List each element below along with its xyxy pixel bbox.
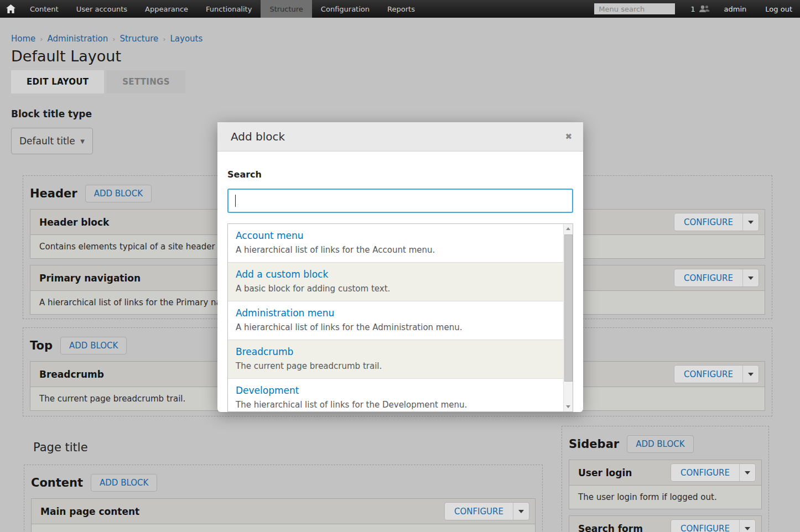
region-content-title: Content [31,476,83,489]
chevron-down-icon: ▼ [80,138,85,144]
add-block-button-sidebar[interactable]: ADD BLOCK [627,435,693,453]
add-block-button-top[interactable]: ADD BLOCK [60,337,127,354]
home-icon[interactable] [0,0,21,18]
configure-dropdown-toggle[interactable] [742,269,759,286]
block-description [32,524,535,532]
scroll-up-icon[interactable] [564,224,573,233]
configure-split-button[interactable]: CONFIGURE [674,365,759,383]
block-link[interactable]: Breadcrumb [236,346,561,357]
block-title-type-value: Default title [19,135,75,147]
block-link[interactable]: Account menu [236,230,561,241]
configure-split-button[interactable]: CONFIGURE [671,463,756,482]
region-sidebar: Sidebar ADD BLOCK User login CONFIGURE T… [562,426,769,532]
configure-split-button[interactable]: CONFIGURE [444,502,529,520]
configure-dropdown-toggle[interactable] [742,366,759,383]
block-row-main-page-content: Main page content CONFIGURE [31,498,536,532]
configure-split-button[interactable]: CONFIGURE [674,269,759,287]
toolbar-item-functionality[interactable]: Functionality [197,0,261,18]
scroll-down-icon[interactable] [564,402,573,411]
primary-tabs: EDIT LAYOUT SETTINGS [11,70,185,93]
add-block-modal: Add block ✖ Search Account menu A hierar… [217,122,583,412]
block-title-type-select[interactable]: Default title ▼ [11,128,93,154]
block-description: The user login form if logged out. [569,486,761,509]
users-icon [699,5,710,13]
list-item-breadcrumb[interactable]: Breadcrumb The current page breadcrumb t… [228,340,563,379]
configure-dropdown-toggle[interactable] [739,520,755,532]
breadcrumb-structure[interactable]: Structure [120,34,158,44]
breadcrumb-separator: › [163,35,165,43]
logout-link[interactable]: Log out [765,5,792,13]
close-icon[interactable]: ✖ [565,132,572,142]
configure-dropdown-toggle[interactable] [742,213,759,231]
block-title: Header block [39,217,109,228]
toolbar-username[interactable]: admin [724,5,747,13]
toolbar-item-reports[interactable]: Reports [378,0,424,18]
user-count: 1 [690,5,695,13]
list-item-add-custom-block[interactable]: Add a custom block A basic block for add… [228,263,563,301]
scrollbar[interactable] [563,224,573,411]
block-title: Search form [578,523,643,532]
modal-search-label: Search [227,169,573,180]
block-row-user-login: User login CONFIGURE The user login form… [569,460,762,509]
region-page-title-label: Page title [33,441,88,454]
chevron-down-icon [745,471,750,474]
tab-edit-layout[interactable]: EDIT LAYOUT [11,70,104,93]
breadcrumb-separator: › [112,35,115,43]
block-title: User login [578,467,632,478]
breadcrumb-home[interactable]: Home [11,34,35,44]
chevron-down-icon [745,527,750,530]
list-item-account-menu[interactable]: Account menu A hierarchical list of link… [228,224,563,263]
block-title: Main page content [40,506,139,517]
configure-button[interactable]: CONFIGURE [674,269,742,286]
scrollbar-thumb[interactable] [564,234,573,382]
add-block-button-header[interactable]: ADD BLOCK [85,185,152,202]
block-link-description: A hierarchical list of links for the Acc… [236,245,561,255]
block-link[interactable]: Add a custom block [236,269,561,280]
configure-split-button[interactable]: CONFIGURE [674,213,759,231]
breadcrumb-administration[interactable]: Administration [48,34,108,44]
page-title: Default Layout [11,48,121,65]
tab-settings[interactable]: SETTINGS [107,70,185,93]
toolbar-item-configuration[interactable]: Configuration [312,0,378,18]
chevron-down-icon [748,277,754,280]
toolbar-item-user-accounts[interactable]: User accounts [67,0,136,18]
chevron-down-icon [518,510,524,513]
block-search-input[interactable] [227,189,573,213]
block-list: Account menu A hierarchical list of link… [227,223,573,412]
configure-button[interactable]: CONFIGURE [445,503,513,520]
configure-button[interactable]: CONFIGURE [674,366,742,383]
list-item-administration-menu[interactable]: Administration menu A hierarchical list … [228,301,563,340]
admin-toolbar: Content User accounts Appearance Functio… [0,0,800,18]
list-item-development[interactable]: Development The hierarchical list of lin… [228,379,563,412]
breadcrumb: Home›Administration›Structure›Layouts [11,34,202,44]
configure-split-button[interactable]: CONFIGURE [671,519,756,532]
configure-button[interactable]: CONFIGURE [671,520,739,532]
region-sidebar-title: Sidebar [569,437,619,451]
menu-search-input[interactable] [594,3,675,14]
configure-dropdown-toggle[interactable] [739,464,755,481]
modal-titlebar[interactable]: Add block ✖ [217,122,583,152]
block-title: Primary navigation [39,273,141,284]
block-link-description: The current page breadcrumb trail. [236,361,561,371]
toolbar-item-content[interactable]: Content [21,0,67,18]
block-link-description: The hierarchical list of links for the D… [236,400,561,410]
block-title-type-label: Block title type [11,108,92,119]
breadcrumb-layouts[interactable]: Layouts [170,34,202,44]
add-block-button-content[interactable]: ADD BLOCK [91,474,157,492]
block-row-search-form: Search form CONFIGURE [569,515,762,532]
configure-button[interactable]: CONFIGURE [671,464,739,481]
block-title: Breadcrumb [39,369,104,380]
text-cursor [235,195,236,207]
chevron-down-icon [748,221,754,224]
chevron-down-icon [748,373,754,376]
block-link[interactable]: Development [236,385,561,396]
toolbar-item-structure[interactable]: Structure [261,0,311,18]
block-link-description: A hierarchical list of links for the Adm… [236,322,561,332]
block-link[interactable]: Administration menu [236,307,561,319]
configure-dropdown-toggle[interactable] [513,503,529,520]
block-link-description: A basic block for adding custom text. [236,284,561,294]
toolbar-item-appearance[interactable]: Appearance [136,0,197,18]
region-header-title: Header [30,187,77,200]
breadcrumb-separator: › [40,35,43,43]
configure-button[interactable]: CONFIGURE [674,213,742,231]
